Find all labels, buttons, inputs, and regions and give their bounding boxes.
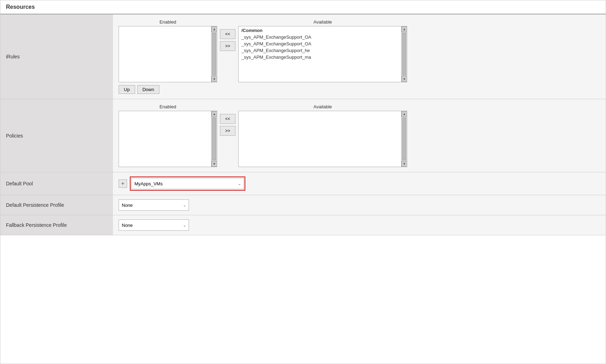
- default-pool-content: + MyApps_VMs None ⌄: [113, 172, 606, 195]
- policies-move-right-button[interactable]: >>: [220, 126, 235, 136]
- irules-group-header: /Common: [240, 27, 405, 34]
- default-pool-row: Default Pool + MyApps_VMs None ⌄: [0, 172, 606, 195]
- policies-move-left-button[interactable]: <<: [220, 114, 235, 124]
- irules-row: iRules Enabled ▲ ▼: [0, 14, 606, 99]
- irules-available-content: /Common _sys_APM_ExchangeSupport_OA _sys…: [239, 26, 407, 61]
- irules-item-1[interactable]: _sys_APM_ExchangeSupport_OA: [240, 34, 405, 40]
- default-pool-plus-button[interactable]: +: [119, 179, 127, 188]
- irules-transfer-list: Enabled ▲ ▼ << >>: [119, 19, 600, 82]
- page-title: Resources: [6, 4, 35, 10]
- irules-available-label: Available: [314, 19, 332, 25]
- default-persistence-select-wrapper: None ⌄: [119, 199, 189, 211]
- scroll-thumb-avail: [402, 33, 406, 76]
- pool-row-content: + MyApps_VMs None ⌄: [119, 177, 600, 191]
- policies-enabled-label: Enabled: [159, 104, 176, 109]
- resources-table: iRules Enabled ▲ ▼: [0, 14, 606, 235]
- irules-available-section: Available /Common _sys_APM_ExchangeSuppo…: [238, 19, 407, 82]
- default-pool-select-inner: MyApps_VMs None ⌄: [131, 178, 244, 189]
- policies-available-label: Available: [314, 104, 332, 109]
- scroll-down-arrow-avail[interactable]: ▼: [402, 76, 407, 82]
- irules-available-listbox[interactable]: /Common _sys_APM_ExchangeSupport_OA _sys…: [238, 26, 407, 82]
- pol-avail-scroll-down[interactable]: ▼: [402, 161, 407, 167]
- default-persistence-label: Default Persistence Profile: [0, 195, 113, 215]
- irules-item-3[interactable]: _sys_APM_ExchangeSupport_he: [240, 47, 405, 54]
- policies-transfer-buttons: << >>: [220, 114, 235, 136]
- default-pool-label: Default Pool: [0, 172, 113, 195]
- policies-transfer-list: Enabled ▲ ▼ << >>: [119, 104, 600, 167]
- pol-avail-scroll-up[interactable]: ▲: [402, 111, 407, 117]
- page-container: Resources iRules Enabled ▲: [0, 0, 606, 364]
- scroll-up-arrow[interactable]: ▲: [212, 26, 217, 32]
- irules-label: iRules: [0, 14, 113, 99]
- scroll-thumb: [212, 33, 216, 76]
- irules-enabled-content: [119, 26, 217, 28]
- irules-enabled-scrollbar: ▲ ▼: [211, 26, 217, 82]
- fallback-persistence-row: Fallback Persistence Profile None ⌄: [0, 215, 606, 235]
- pol-scroll-down-arrow[interactable]: ▼: [212, 161, 217, 167]
- policies-enabled-content: [119, 111, 217, 113]
- scroll-up-arrow-avail[interactable]: ▲: [402, 26, 407, 32]
- irules-transfer-buttons: << >>: [220, 29, 235, 51]
- policies-row: Policies Enabled ▲ ▼: [0, 99, 606, 172]
- policies-enabled-listbox[interactable]: ▲ ▼: [119, 111, 217, 167]
- pol-avail-scroll-thumb: [402, 117, 406, 160]
- pol-scroll-thumb: [212, 117, 216, 160]
- irules-content: Enabled ▲ ▼ << >>: [113, 14, 606, 99]
- irules-item-2[interactable]: _sys_APM_ExchangeSupport_OA: [240, 40, 405, 47]
- fallback-persistence-content: None ⌄: [113, 215, 606, 235]
- pol-scroll-up-arrow[interactable]: ▲: [212, 111, 217, 117]
- policies-enabled-scrollbar: ▲ ▼: [211, 111, 217, 167]
- fallback-persistence-label: Fallback Persistence Profile: [0, 215, 113, 235]
- policies-available-content: [239, 111, 407, 113]
- irules-move-left-button[interactable]: <<: [220, 29, 235, 39]
- irules-enabled-label: Enabled: [159, 19, 176, 25]
- irules-enabled-listbox[interactable]: ▲ ▼: [119, 26, 217, 82]
- policies-available-listbox[interactable]: ▲ ▼: [238, 111, 407, 167]
- irules-updown-buttons: Up Down: [119, 85, 600, 94]
- policies-enabled-section: Enabled ▲ ▼: [119, 104, 217, 167]
- fallback-persistence-select-wrapper: None ⌄: [119, 219, 189, 231]
- irules-enabled-section: Enabled ▲ ▼: [119, 19, 217, 82]
- default-persistence-content: None ⌄: [113, 195, 606, 215]
- policies-label: Policies: [0, 99, 113, 172]
- irules-down-button[interactable]: Down: [137, 85, 159, 94]
- scroll-down-arrow[interactable]: ▼: [212, 76, 217, 82]
- default-persistence-select[interactable]: None: [119, 199, 189, 211]
- default-pool-select[interactable]: MyApps_VMs None: [131, 178, 244, 189]
- irules-move-right-button[interactable]: >>: [220, 41, 235, 51]
- irules-up-button[interactable]: Up: [119, 85, 135, 94]
- fallback-persistence-select[interactable]: None: [119, 219, 189, 231]
- default-persistence-row: Default Persistence Profile None ⌄: [0, 195, 606, 215]
- policies-available-section: Available ▲ ▼: [238, 104, 407, 167]
- irules-item-4[interactable]: _sys_APM_ExchangeSupport_ma: [240, 54, 405, 60]
- default-pool-select-wrapper-highlighted: MyApps_VMs None ⌄: [130, 177, 245, 191]
- irules-available-scrollbar: ▲ ▼: [401, 26, 407, 82]
- policies-available-scrollbar: ▲ ▼: [401, 111, 407, 167]
- policies-content: Enabled ▲ ▼ << >>: [113, 99, 606, 172]
- section-header: Resources: [0, 0, 606, 14]
